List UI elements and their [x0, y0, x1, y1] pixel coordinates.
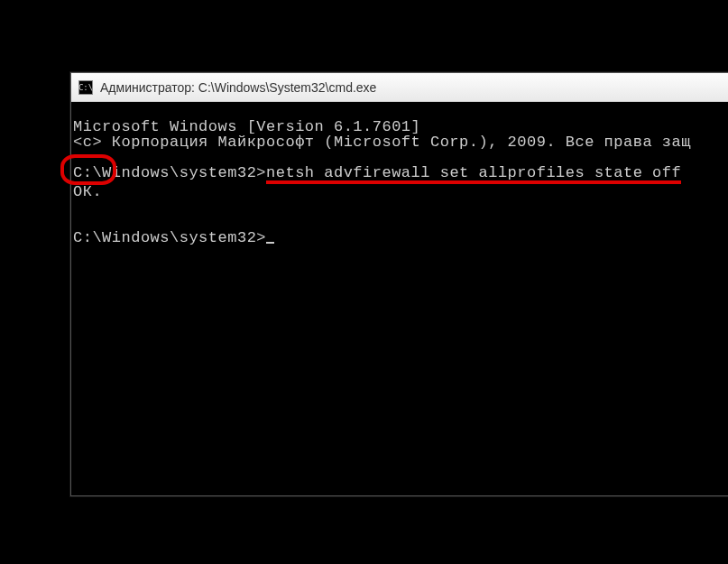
window-title: Администратор: C:\Windows\System32\cmd.e… — [100, 80, 376, 95]
titlebar[interactable]: C:\ Администратор: C:\Windows\System32\c… — [71, 73, 728, 102]
cursor — [266, 242, 274, 244]
cmd-icon: C:\ — [78, 80, 93, 95]
console-output[interactable]: Microsoft Windows [Version 6.1.7601] <c>… — [71, 102, 728, 495]
banner-line-2: <c> Корпорация Майкрософт (Microsoft Cor… — [71, 134, 691, 151]
cmd-window: C:\ Администратор: C:\Windows\System32\c… — [70, 72, 728, 496]
result-text: ОК. — [71, 183, 102, 200]
command-text: netsh advfirewall set allprofiles state … — [266, 165, 681, 184]
prompt-1: C:\Windows\system32> — [73, 164, 266, 181]
cmd-icon-label: C:\ — [78, 83, 93, 92]
prompt-2: C:\Windows\system32> — [73, 229, 266, 246]
